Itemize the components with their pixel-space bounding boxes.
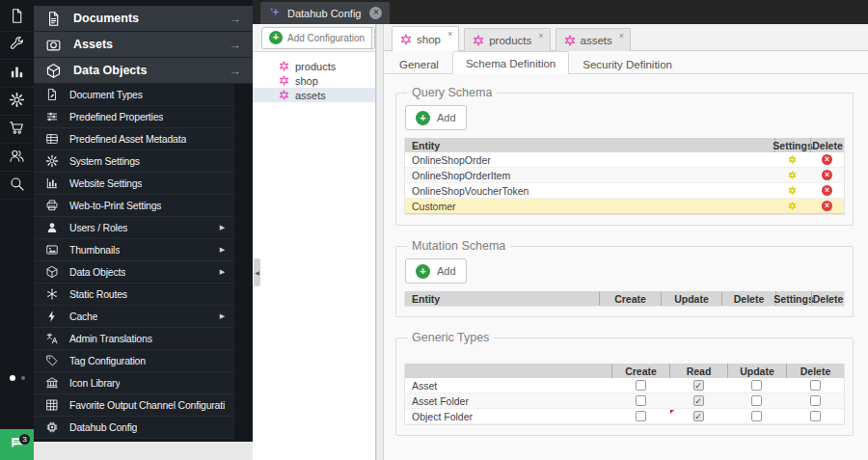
subtab-security-definition[interactable]: Security Definition (569, 53, 686, 74)
menu-item-web-to-print-settings[interactable]: Web-to-Print Settings (34, 195, 234, 217)
menu-item-system-settings[interactable]: System Settings (34, 150, 234, 173)
menu-header-label: Assets (73, 38, 113, 51)
tab-label: shop (417, 34, 441, 45)
rail-users-button[interactable] (0, 144, 34, 172)
update-checkbox[interactable] (751, 380, 762, 391)
dirty-marker (670, 410, 674, 414)
delete-checkbox[interactable] (810, 411, 821, 421)
tab-label: assets (581, 35, 612, 46)
menu-item-label: Document Types (69, 89, 143, 100)
tab-shop[interactable]: shop× (392, 26, 459, 51)
arrow-right-icon: → (229, 64, 241, 78)
tab-products[interactable]: products× (464, 28, 550, 51)
delete-cell (786, 378, 844, 392)
notifications-chat-button[interactable]: 3 (0, 429, 34, 460)
menu-item-datahub-config[interactable]: Datahub Config (34, 417, 234, 439)
delete-icon[interactable]: × (822, 201, 832, 211)
rail-search-button[interactable] (0, 172, 34, 200)
menu-header-documents[interactable]: Documents→ (34, 6, 253, 32)
menu-item-label: Website Settings (69, 177, 142, 189)
subtab-general[interactable]: General (386, 53, 452, 74)
settings-cell (774, 183, 810, 198)
settings-icon[interactable] (787, 201, 798, 211)
delete-icon[interactable]: × (822, 154, 832, 165)
generic-type-row: Asset✓ (405, 378, 844, 393)
create-checkbox[interactable] (636, 380, 646, 391)
update-checkbox[interactable] (751, 411, 762, 421)
tree-item-products[interactable]: products (253, 59, 375, 73)
menu-item-icon-library[interactable]: Icon Library (34, 372, 234, 394)
rail-document-button[interactable] (0, 4, 34, 32)
rail-tools-button[interactable] (0, 32, 34, 60)
create-checkbox[interactable] (636, 395, 646, 406)
pager-dot[interactable] (21, 376, 25, 380)
menu-header-data-objects[interactable]: Data Objects→ (34, 58, 253, 84)
menu-item-admin-translations[interactable]: Admin Translations (34, 328, 234, 350)
tab-assets[interactable]: assets× (556, 28, 632, 51)
query-schema-fieldset: Query Schema + Add EntitySettingsDeleteO… (395, 86, 854, 226)
menu-header-assets[interactable]: Assets→ (34, 32, 253, 58)
file-icon (45, 11, 62, 27)
delete-checkbox[interactable] (810, 395, 821, 406)
settings-icon[interactable] (787, 154, 798, 165)
hexagram-icon (279, 75, 289, 86)
settings-icon[interactable] (787, 170, 798, 180)
rail-reports-button[interactable] (0, 60, 34, 88)
close-icon[interactable]: × (448, 29, 452, 39)
create-cell (611, 378, 669, 392)
close-icon[interactable]: × (369, 7, 382, 19)
mutation-schema-fieldset: Mutation Schema + Add EntityCreateUpdate… (395, 239, 854, 317)
add-configuration-split-button[interactable]: + Add Configuration ▼ (261, 27, 375, 49)
add-configuration-label: Add Configuration (287, 33, 365, 43)
read-cell: ✓ (669, 409, 727, 423)
delete-icon[interactable]: × (822, 185, 832, 196)
add-configuration-dropdown[interactable]: ▼ (371, 28, 375, 48)
tree-item-assets[interactable]: assets (253, 88, 375, 102)
caret-down-icon: ▼ (372, 35, 375, 41)
menu-item-cache[interactable]: Cache▶ (34, 306, 234, 328)
tree-item-shop[interactable]: shop (253, 73, 375, 88)
create-checkbox[interactable] (636, 411, 646, 421)
pager-dot-active[interactable] (10, 375, 15, 381)
arrow-right-icon: → (229, 12, 241, 26)
window-tab-datahub-config[interactable]: Datahub Config × (260, 2, 390, 24)
type-label-cell: Asset Folder (405, 393, 611, 408)
menu-item-predefined-asset-metadata[interactable]: Predefined Asset Metadata (34, 128, 234, 150)
update-checkbox[interactable] (751, 395, 762, 406)
add-configuration-button[interactable]: + Add Configuration (262, 28, 371, 48)
menu-item-document-types[interactable]: Document Types (34, 84, 234, 106)
window-tab-bar: Datahub Config × (253, 0, 868, 24)
menu-item-data-objects[interactable]: Data Objects▶ (34, 261, 234, 284)
subtab-schema-definition[interactable]: Schema Definition (452, 51, 569, 74)
image-icon (45, 243, 59, 257)
menu-item-favorite-output-channel-configurations[interactable]: Favorite Output Channel Configurations (34, 394, 234, 417)
read-checkbox[interactable]: ✓ (693, 380, 704, 391)
menu-item-label: Datahub Config (69, 421, 137, 433)
grid-icon (45, 398, 59, 412)
menu-item-predefined-properties[interactable]: Predefined Properties (34, 106, 234, 128)
menu-item-tag-configuration[interactable]: Tag Configuration (34, 350, 234, 372)
menu-item-thumbnails[interactable]: Thumbnails▶ (34, 239, 234, 261)
close-icon[interactable]: × (619, 31, 624, 41)
close-icon[interactable]: × (538, 31, 543, 41)
rail-ecommerce-button[interactable] (0, 116, 34, 144)
column-header-entity-0: Entity (405, 291, 599, 306)
tree-toolbar: + Add Configuration ▼ (253, 24, 375, 52)
menu-item-website-settings[interactable]: Website Settings (34, 173, 234, 195)
menu-item-users-roles[interactable]: Users / Roles▶ (34, 217, 234, 239)
read-checkbox[interactable]: ✓ (693, 411, 704, 421)
menu-header-group: Documents→Assets→Data Objects→ (34, 6, 253, 84)
panel-splitter[interactable] (376, 24, 384, 460)
delete-icon[interactable]: × (822, 170, 832, 180)
menu-item-static-routes[interactable]: Static Routes (34, 284, 234, 306)
menu-item-label: Cache (69, 311, 97, 322)
panel-collapse-handle[interactable]: ◀ (254, 258, 260, 286)
query-schema-add-button[interactable]: + Add (405, 105, 467, 130)
read-checkbox[interactable]: ✓ (693, 395, 704, 406)
mutation-schema-add-button[interactable]: + Add (405, 258, 467, 284)
settings-icon[interactable] (787, 185, 798, 196)
delete-checkbox[interactable] (810, 380, 821, 391)
rail-settings-button[interactable] (0, 88, 34, 116)
reports-icon (9, 64, 25, 84)
table-header-row: EntitySettingsDelete (405, 138, 844, 152)
